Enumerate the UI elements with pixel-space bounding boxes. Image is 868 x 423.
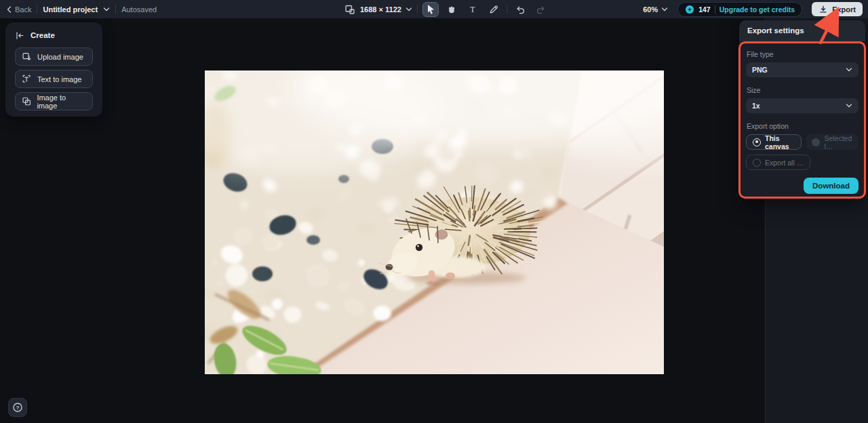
chevron-left-icon bbox=[7, 6, 12, 13]
redo-icon bbox=[536, 4, 547, 15]
image-to-image-label: Image to image bbox=[37, 94, 86, 110]
export-label: Export bbox=[832, 5, 856, 14]
divider bbox=[715, 5, 715, 14]
back-button[interactable]: Back bbox=[7, 5, 31, 14]
chevron-down-icon bbox=[846, 68, 852, 72]
text-to-image-label: Text to image bbox=[37, 75, 81, 83]
file-type-select[interactable]: PNG bbox=[746, 62, 859, 77]
hand-tool-button[interactable] bbox=[443, 2, 460, 17]
divider bbox=[115, 5, 116, 14]
project-title[interactable]: Untitled project bbox=[43, 5, 98, 14]
upload-image-button[interactable]: Upload image bbox=[15, 47, 93, 66]
zoom-control[interactable]: 60% bbox=[643, 5, 668, 14]
radio-unselected-icon bbox=[753, 159, 761, 167]
back-label: Back bbox=[15, 5, 31, 14]
file-type-value: PNG bbox=[752, 66, 768, 74]
size-select[interactable]: 1x bbox=[746, 98, 859, 113]
credits-pill[interactable]: 147 Upgrade to get credits bbox=[677, 2, 802, 17]
radio-disabled-icon bbox=[812, 138, 820, 146]
credits-count: 147 bbox=[698, 5, 711, 14]
svg-text:?: ? bbox=[16, 405, 20, 411]
file-type-label: File type bbox=[747, 50, 859, 58]
option-this-canvas[interactable]: This canvas bbox=[746, 134, 802, 150]
upgrade-link[interactable]: Upgrade to get credits bbox=[719, 5, 795, 14]
canvas-frame-icon bbox=[344, 4, 355, 15]
export-settings-title: Export settings bbox=[747, 26, 804, 35]
export-settings-popup: Export settings File type PNG Size 1x Ex… bbox=[739, 20, 865, 199]
coin-icon bbox=[685, 5, 694, 14]
text-tool-button[interactable]: T bbox=[465, 2, 481, 17]
svg-text:T: T bbox=[470, 5, 475, 14]
create-panel: Create Upload image Text to image Image … bbox=[5, 22, 102, 117]
undo-icon bbox=[515, 4, 526, 15]
chevron-down-icon bbox=[406, 7, 412, 12]
cursor-icon bbox=[425, 4, 436, 15]
divider bbox=[507, 5, 507, 14]
upload-image-icon bbox=[22, 52, 32, 62]
chevron-down-icon bbox=[846, 104, 852, 108]
canvas-image[interactable] bbox=[205, 70, 664, 374]
divider bbox=[37, 5, 37, 14]
image-to-image-button[interactable]: Image to image bbox=[15, 92, 93, 110]
text-to-image-icon bbox=[22, 74, 32, 84]
pen-icon bbox=[488, 4, 499, 15]
collapse-panel-icon[interactable] bbox=[15, 31, 25, 41]
topbar: Back Untitled project Autosaved 1688 × 1… bbox=[0, 0, 868, 18]
divider bbox=[417, 5, 418, 14]
canvas-size-display[interactable]: 1688 × 1122 bbox=[360, 5, 412, 14]
help-button[interactable]: ? bbox=[8, 398, 27, 417]
radio-selected-icon bbox=[753, 138, 761, 146]
option-export-all[interactable]: Export all … bbox=[746, 155, 810, 170]
chevron-down-icon bbox=[661, 7, 668, 12]
download-button[interactable]: Download bbox=[804, 178, 859, 194]
size-label: Size bbox=[747, 86, 859, 94]
size-value: 1x bbox=[752, 102, 760, 110]
hand-icon bbox=[446, 4, 457, 15]
help-icon: ? bbox=[12, 402, 23, 413]
upload-image-label: Upload image bbox=[37, 53, 83, 61]
export-button[interactable]: Export bbox=[812, 2, 863, 16]
redo-button[interactable] bbox=[533, 2, 549, 17]
download-icon bbox=[818, 5, 828, 14]
create-panel-title: Create bbox=[31, 31, 55, 39]
undo-button[interactable] bbox=[512, 2, 528, 17]
pen-tool-button[interactable] bbox=[486, 2, 502, 17]
autosaved-status: Autosaved bbox=[121, 5, 157, 14]
image-editor-app: Back Untitled project Autosaved 1688 × 1… bbox=[0, 0, 868, 423]
zoom-level: 60% bbox=[643, 5, 658, 14]
text-tool-icon: T bbox=[467, 4, 478, 15]
export-option-label: Export option bbox=[747, 122, 859, 130]
text-to-image-button[interactable]: Text to image bbox=[15, 70, 93, 88]
option-selected-layer[interactable]: Selected l… bbox=[806, 134, 859, 150]
image-to-image-icon bbox=[22, 96, 31, 106]
chevron-down-icon[interactable] bbox=[103, 7, 110, 12]
select-tool-button[interactable] bbox=[422, 2, 439, 17]
